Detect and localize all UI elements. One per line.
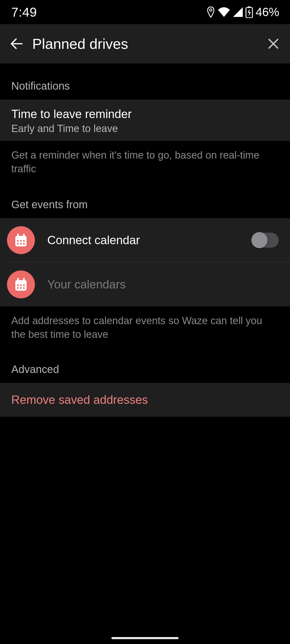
svg-rect-19 — [20, 284, 22, 286]
connect-calendar-row[interactable]: Connect calendar — [0, 218, 290, 262]
close-icon — [267, 37, 280, 50]
status-icons: 46% — [206, 5, 279, 19]
location-icon — [206, 6, 215, 18]
remove-saved-addresses-row[interactable]: Remove saved addresses — [0, 383, 290, 417]
svg-rect-23 — [23, 287, 25, 289]
connect-calendar-toggle[interactable] — [252, 233, 279, 248]
svg-point-0 — [210, 9, 212, 11]
svg-rect-8 — [23, 233, 25, 237]
battery-percent: 46% — [256, 5, 279, 19]
status-time: 7:49 — [11, 5, 37, 20]
svg-rect-9 — [17, 240, 19, 242]
svg-rect-10 — [20, 240, 22, 242]
close-button[interactable] — [264, 35, 282, 53]
back-button[interactable] — [8, 35, 26, 53]
connect-calendar-label: Connect calendar — [47, 233, 240, 247]
events-description: Add addresses to calendar events so Waze… — [0, 306, 290, 344]
reminder-title: Time to leave reminder — [11, 107, 279, 121]
your-calendars-label: Your calendars — [47, 277, 279, 292]
svg-rect-20 — [23, 284, 25, 286]
calendar-icon — [7, 270, 35, 298]
svg-rect-7 — [17, 233, 19, 237]
battery-charging-icon — [245, 6, 253, 18]
calendar-icon — [7, 226, 35, 254]
svg-rect-16 — [17, 278, 19, 281]
home-indicator — [111, 637, 179, 639]
arrow-left-icon — [10, 37, 24, 51]
section-header-events: Get events from — [0, 179, 290, 218]
svg-rect-14 — [23, 243, 25, 244]
toggle-knob — [251, 232, 267, 248]
time-to-leave-reminder-row[interactable]: Time to leave reminder Early and Time to… — [0, 100, 290, 141]
svg-rect-13 — [20, 243, 22, 244]
svg-rect-18 — [17, 284, 19, 286]
svg-rect-2 — [248, 6, 251, 8]
page-title: Planned drives — [32, 35, 264, 52]
wifi-icon — [218, 7, 230, 17]
section-header-advanced: Advanced — [0, 344, 290, 383]
svg-rect-21 — [17, 287, 19, 289]
status-bar: 7:49 46% — [0, 0, 290, 24]
app-bar: Planned drives — [0, 24, 290, 63]
cell-signal-icon — [233, 7, 243, 17]
svg-rect-17 — [23, 278, 25, 281]
remove-saved-addresses-label: Remove saved addresses — [11, 393, 279, 407]
svg-rect-12 — [17, 243, 19, 244]
svg-rect-11 — [23, 240, 25, 242]
your-calendars-row[interactable]: Your calendars — [0, 262, 290, 306]
section-header-notifications: Notifications — [0, 63, 290, 100]
svg-rect-22 — [20, 287, 22, 289]
reminder-sub: Early and Time to leave — [11, 123, 279, 134]
notifications-description: Get a reminder when it's time to go, bas… — [0, 141, 290, 179]
